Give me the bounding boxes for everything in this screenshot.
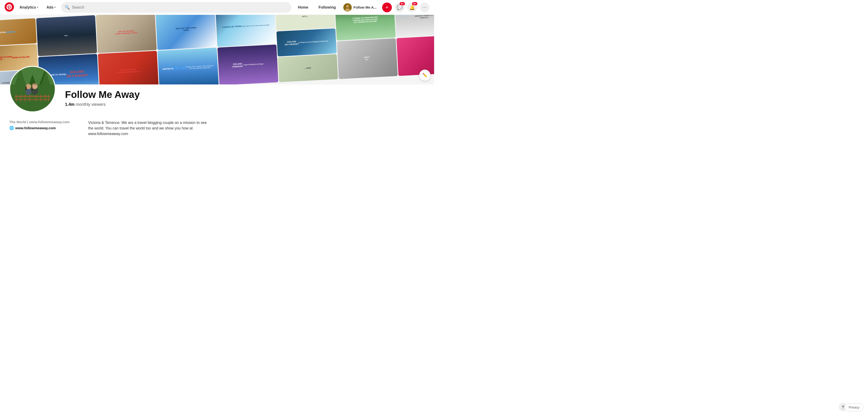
profile-left: The World | www.followmeaway.com 🌐 www.f… xyxy=(9,120,70,137)
cover-pin-8: BEST DAY TRIPS FROMPARIS xyxy=(156,15,216,50)
messages-badge: 9+ xyxy=(399,2,405,6)
svg-rect-16 xyxy=(29,95,30,101)
cover-pin-12: HOT S... xyxy=(275,15,336,31)
cover-pin-9: WINTER INICELANDTRAVEL TIPS, SAFETY TIPS… xyxy=(158,47,218,85)
svg-rect-20 xyxy=(48,95,49,101)
cover-grid: VISITINGWINTER 7 HELPFUL THINGS TO KNOWA… xyxy=(0,15,434,85)
profile-name: Follow Me Away xyxy=(65,89,415,100)
cover-pin-16: BEST IAT... xyxy=(337,38,398,79)
cover-pin-4: And ... xyxy=(36,15,97,56)
profile-info: Follow Me Away 1.4m monthly viewers xyxy=(56,85,425,115)
website-url: www.followmeaway.com xyxy=(15,126,56,130)
more-button[interactable]: ··· xyxy=(420,3,430,12)
more-icon: ··· xyxy=(423,5,427,10)
svg-point-2 xyxy=(346,5,349,8)
profile-details: The World | www.followmeaway.com 🌐 www.f… xyxy=(0,115,434,141)
ads-label: Ads xyxy=(46,5,53,9)
messages-button[interactable]: 💬 9+ xyxy=(395,3,404,12)
monthly-viewers: 1.4m monthly viewers xyxy=(65,102,415,107)
notifications-button[interactable]: 🔔 9+ xyxy=(407,3,417,12)
pinterest-logo[interactable] xyxy=(5,2,14,12)
svg-point-22 xyxy=(26,84,31,89)
search-input[interactable] xyxy=(72,5,288,10)
cover-pin-1: VISITINGWINTER xyxy=(0,18,37,46)
profile-section: Follow Me Away 1.4m monthly viewers xyxy=(0,85,434,115)
svg-rect-15 xyxy=(25,95,26,101)
cover-pin-14: ... EASY xyxy=(278,54,338,82)
search-icon: 🔍 xyxy=(65,5,70,10)
pencil-icon: ✏️ xyxy=(422,73,427,78)
svg-rect-19 xyxy=(45,95,46,101)
analytics-chevron-icon: ▾ xyxy=(37,6,38,8)
svg-rect-13 xyxy=(16,95,17,101)
svg-rect-14 xyxy=(20,95,21,101)
account-button[interactable]: Follow Me A... xyxy=(342,2,379,12)
svg-rect-17 xyxy=(36,95,37,101)
add-button[interactable]: + xyxy=(382,3,392,12)
cover-pin-17: DREAMY THINGS TO ...PARIS IN ... xyxy=(395,15,434,37)
svg-point-0 xyxy=(5,2,14,11)
cover-pin-18 xyxy=(397,35,434,76)
cover-pin-10: CANADA BY TRAINInsider Tips For The Trai… xyxy=(215,15,276,46)
account-name: Follow Me A... xyxy=(353,5,376,9)
search-bar[interactable]: 🔍 xyxy=(61,2,291,13)
cover-pin-15: 5 THINGS TO KNOW BEFOREVISITING SELJAVAL… xyxy=(335,15,396,40)
cover-section: VISITINGWINTER 7 HELPFUL THINGS TO KNOWA… xyxy=(0,15,434,85)
profile-avatar xyxy=(9,66,56,112)
cover-pin-7: MAP OF THE BESTPARIS INSTAGRAM SPOTS xyxy=(98,51,159,85)
cover-pin-6: MAP OF THE BESTPARIS ITINERARY STOPS xyxy=(96,15,157,53)
account-avatar xyxy=(343,3,352,11)
cover-pin-11: ICELANDITINERARY7 Days Of Bucket List St… xyxy=(217,44,278,85)
profile-website[interactable]: 🌐 www.followmeaway.com xyxy=(9,126,70,130)
edit-cover-button[interactable]: ✏️ xyxy=(419,70,430,81)
profile-avatar-image xyxy=(10,66,55,112)
monthly-viewers-count: 1.4m xyxy=(65,102,74,107)
profile-avatar-wrap xyxy=(9,66,56,115)
ads-nav[interactable]: Ads ▾ xyxy=(44,3,58,11)
ads-chevron-icon: ▾ xyxy=(54,6,56,8)
monthly-viewers-text: monthly viewers xyxy=(76,102,105,107)
notifications-badge: 9+ xyxy=(412,2,418,6)
profile-bio: Victoria & Terrence. We are a travel blo… xyxy=(88,120,209,137)
analytics-label: Analytics xyxy=(20,5,36,9)
cover-pin-13: ICELANDON A BUDGET5 Things You Are Forge… xyxy=(276,28,337,56)
profile-location: The World | www.followmeaway.com xyxy=(9,120,70,124)
header: Analytics ▾ Ads ▾ 🔍 Home Following Follo… xyxy=(0,0,434,15)
analytics-nav[interactable]: Analytics ▾ xyxy=(17,3,41,11)
svg-rect-18 xyxy=(40,95,41,101)
following-nav[interactable]: Following xyxy=(315,3,340,11)
home-nav[interactable]: Home xyxy=(294,3,312,11)
globe-icon: 🌐 xyxy=(9,126,14,130)
